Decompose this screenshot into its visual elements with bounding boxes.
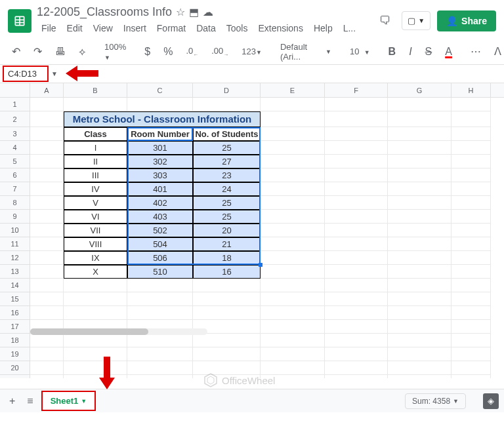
table-header[interactable]: Class [64,127,127,141]
all-sheets-button[interactable]: ≡ [23,391,37,411]
table-cell[interactable]: V [64,196,127,210]
name-box[interactable]: C4:D13 [3,66,49,82]
explore-button[interactable]: ◈ [483,393,499,409]
table-header[interactable]: No. of Students [193,127,261,141]
cell[interactable] [127,375,193,378]
cell[interactable] [193,279,261,292]
decrease-decimal-button[interactable]: .0← [182,43,202,60]
cell[interactable] [261,347,325,361]
cell[interactable] [452,320,491,334]
table-cell[interactable]: IX [64,251,127,265]
table-cell[interactable]: 24 [193,182,261,196]
cell[interactable] [325,251,388,265]
cell[interactable] [325,347,388,361]
comment-history-icon[interactable]: 🗨 [375,10,395,31]
cell[interactable] [30,334,64,347]
table-cell[interactable]: 23 [193,168,261,182]
cell[interactable] [261,196,325,210]
star-icon[interactable]: ☆ [176,6,185,18]
table-cell[interactable]: 403 [127,210,193,224]
cell[interactable] [325,127,388,141]
cell[interactable] [64,292,127,306]
cell[interactable] [261,182,325,196]
table-cell[interactable]: III [64,168,127,182]
cell[interactable] [64,334,127,347]
col-header-h[interactable]: H [452,83,491,97]
move-icon[interactable]: ⬒ [189,6,199,18]
cell[interactable] [452,155,491,168]
text-color-button[interactable]: A [441,43,456,60]
row-header[interactable]: 13 [0,265,30,279]
cell[interactable] [452,224,491,237]
cell[interactable] [388,168,452,182]
cell[interactable] [388,224,452,237]
cell[interactable] [388,141,452,155]
table-cell[interactable]: 27 [193,155,261,168]
cell[interactable] [388,292,452,306]
table-cell[interactable]: 401 [127,182,193,196]
cell[interactable] [30,375,64,378]
cell[interactable] [325,210,388,224]
print-button[interactable]: 🖶 [51,43,70,60]
cell[interactable] [452,306,491,320]
cell[interactable] [64,98,127,111]
name-box-dropdown[interactable]: ▼ [49,70,60,77]
cell[interactable] [193,98,261,111]
row-header[interactable]: 16 [0,306,30,320]
cell[interactable] [30,251,64,265]
cell[interactable] [261,279,325,292]
cell[interactable] [30,237,64,251]
cell[interactable] [388,111,452,127]
cell[interactable] [452,251,491,265]
table-cell[interactable]: 16 [193,265,261,279]
cell[interactable] [127,347,193,361]
cell[interactable] [388,155,452,168]
menu-data[interactable]: Data [192,20,220,36]
cell[interactable] [30,111,64,127]
row-header[interactable]: 12 [0,251,30,265]
cell[interactable] [452,279,491,292]
col-header-d[interactable]: D [193,83,261,97]
share-button[interactable]: 👤 Share [437,10,496,31]
cells-area[interactable]: Metro School - Classroom InformationClas… [30,98,491,378]
table-cell[interactable]: X [64,265,127,279]
cell[interactable] [30,279,64,292]
cell[interactable] [127,98,193,111]
add-sheet-button[interactable]: + [5,391,19,411]
table-cell[interactable]: 21 [193,237,261,251]
cell[interactable] [261,224,325,237]
cell[interactable] [452,334,491,347]
cell[interactable] [452,361,491,375]
table-cell[interactable]: 303 [127,168,193,182]
undo-button[interactable]: ↶ [8,43,24,60]
cell[interactable] [388,127,452,141]
col-header-f[interactable]: F [325,83,388,97]
percent-button[interactable]: % [159,43,177,60]
cell[interactable] [388,182,452,196]
cell[interactable] [127,292,193,306]
menu-format[interactable]: Format [152,20,190,36]
horizontal-scrollbar[interactable] [30,328,207,335]
table-cell[interactable]: IV [64,182,127,196]
row-header[interactable]: 18 [0,334,30,347]
cell[interactable] [388,210,452,224]
cell[interactable] [127,279,193,292]
cell[interactable] [452,98,491,111]
row-header[interactable]: 8 [0,196,30,210]
cell[interactable] [261,334,325,347]
cell[interactable] [127,361,193,375]
cell[interactable] [261,141,325,155]
cell[interactable] [325,237,388,251]
cell[interactable] [388,320,452,334]
table-title[interactable]: Metro School - Classroom Information [64,111,261,127]
cell[interactable] [261,265,325,279]
menu-help[interactable]: Help [309,20,337,36]
cell[interactable] [193,334,261,347]
row-header[interactable]: 21 [0,375,30,378]
cell[interactable] [30,182,64,196]
cell[interactable] [261,306,325,320]
col-header-c[interactable]: C [127,83,193,97]
row-header[interactable]: 5 [0,155,30,168]
table-cell[interactable]: 506 [127,251,193,265]
cell[interactable] [30,224,64,237]
